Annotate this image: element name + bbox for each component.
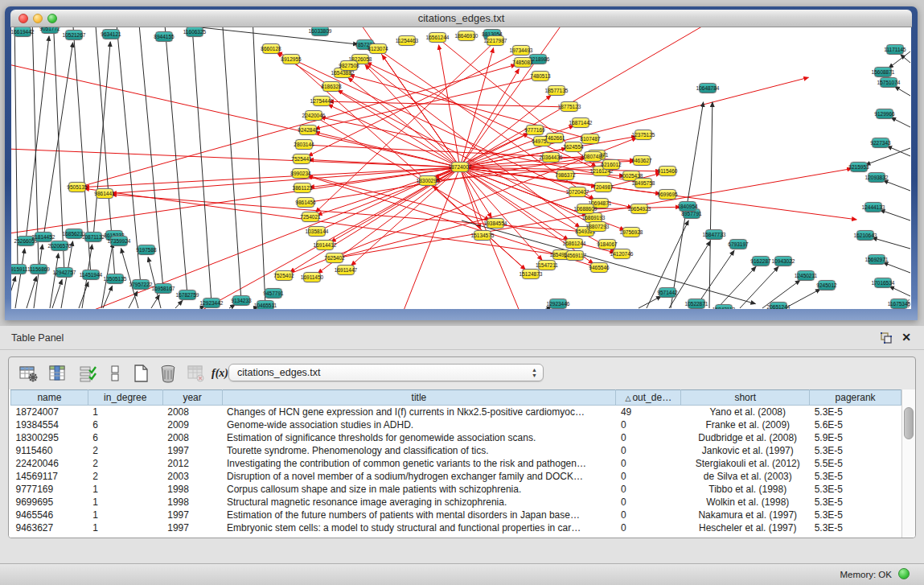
graph-node[interactable]: 7462661 [546,133,564,143]
graph-node[interactable]: 9861456 [297,197,314,208]
graph-node[interactable]: 9634121 [102,29,120,39]
graph-node[interactable]: 9827508 [340,60,358,71]
column-header-title[interactable]: title [222,390,616,406]
graph-node[interactable]: 2803144 [295,139,313,150]
graph-node[interactable]: 7525402 [275,270,293,281]
graph-node[interactable]: 15751074 [880,77,897,88]
table-settings-icon[interactable] [18,364,38,383]
graph-node[interactable]: 20206576 [51,241,68,251]
graph-node[interactable]: 16861244 [565,238,583,249]
graph-node[interactable]: 15124873 [522,269,540,279]
graph-node[interactable]: 15608871 [874,67,892,77]
window-titlebar[interactable]: citations_edges.txt [10,10,912,27]
graph-node[interactable]: 12923446 [549,299,567,309]
column-header-in_degree[interactable]: in_degree [88,390,162,406]
graph-node[interactable]: 12375125 [634,130,652,140]
graph-node[interactable]: 14120746 [613,249,630,259]
graph-node[interactable]: 8123074 [369,43,387,54]
graph-node[interactable]: 8944155 [155,31,173,42]
graph-node[interactable]: 9861441 [96,188,113,199]
graph-node[interactable]: 7625402 [326,253,343,263]
table-scrollbar-thumb[interactable] [904,407,914,439]
graph-node[interactable]: 20364436 [542,152,560,163]
graph-node[interactable]: 9245012 [818,280,836,290]
graph-node[interactable]: 7525441 [293,154,310,164]
graph-node[interactable]: 17359924 [110,236,128,246]
graph-node[interactable]: 18495758 [634,178,652,188]
graph-node[interactable]: 11606325 [186,27,203,37]
graph-node[interactable]: 6216012 [602,159,620,170]
graph-node[interactable]: 3915911 [11,264,27,274]
table-source-select[interactable]: citations_edges.txt ▲▼ [228,364,544,381]
graph-node[interactable]: 15134575 [474,230,491,241]
graph-node[interactable]: 19756928 [622,227,640,237]
graph-node[interactable]: 10688609 [577,204,594,214]
table-row[interactable]: 946554611997Estimation of the future num… [11,509,901,521]
graph-node[interactable]: 17016534 [874,278,892,288]
graph-node[interactable]: 20651244 [770,302,787,309]
graph-node[interactable]: 11675345 [890,299,908,309]
graph-node[interactable]: 16842113 [715,304,733,309]
graph-node[interactable]: 19734493 [512,45,530,56]
graph-node[interactable]: 6793197 [729,239,747,249]
graph-node[interactable]: 18724007 [451,162,469,172]
new-document-icon[interactable] [131,364,150,383]
graph-node[interactable]: 8660128 [262,43,280,54]
graph-node[interactable]: 9777169 [526,125,544,135]
graph-node[interactable]: 9051772 [41,27,59,34]
graph-node[interactable]: 9465546 [590,262,608,273]
graph-node[interactable]: 9457791 [265,288,282,299]
graph-node[interactable]: 16782759 [179,290,196,300]
graph-node[interactable]: 18646910 [458,31,475,41]
column-header-name[interactable]: name [11,390,88,406]
float-panel-icon[interactable] [881,332,892,344]
graph-node[interactable]: 12444133 [864,202,882,212]
table-row[interactable]: 2242004622012Investigating the contribut… [11,457,901,470]
graph-node[interactable]: 9129966 [876,109,893,119]
graph-node[interactable]: 12217987 [487,35,504,46]
graph-node[interactable]: 8186328 [322,81,340,92]
graph-node[interactable]: 11547211 [538,260,556,270]
graph-node[interactable]: 9197588 [138,245,155,255]
select-columns-icon[interactable] [78,364,97,383]
graph-node[interactable]: 16871442 [572,117,589,128]
graph-node[interactable]: 10871132 [84,232,102,242]
graph-node[interactable]: 9184067 [598,239,616,249]
table-row[interactable]: 1456911722003Disruption of a novel membe… [11,470,901,483]
graph-node[interactable]: 9227343 [872,138,889,148]
graph-node[interactable]: 10521267 [65,30,83,40]
graph-node[interactable]: 12923442 [203,298,220,308]
graph-node[interactable]: 7485083 [514,57,532,68]
graph-node[interactable]: 19384554 [487,218,504,229]
graph-node[interactable]: 3624554 [565,142,582,152]
graph-node[interactable]: 8107487 [581,134,599,144]
graph-node[interactable]: 7204987 [594,182,612,192]
graph-node[interactable]: 16911447 [337,265,355,275]
graph-node[interactable]: 10522871 [688,299,705,309]
delete-icon[interactable] [158,364,178,383]
graph-node[interactable]: 9699695 [659,189,676,200]
table-row[interactable]: 977716911998Corpus callosum shape and si… [11,483,901,496]
graph-node[interactable]: 9505135 [68,182,86,192]
column-header-pagerank[interactable]: pagerank [810,390,901,406]
graph-node[interactable]: 10648784 [699,83,717,93]
graph-node[interactable]: 18775123 [561,101,578,112]
graph-node[interactable]: 7986372 [556,170,574,180]
table-row[interactable]: 946362711997Embryonic stem cells: a mode… [11,521,901,534]
graph-node[interactable]: 15692971 [868,254,885,265]
graph-node[interactable]: 11451944 [82,270,100,280]
graph-node[interactable]: 19654923 [630,204,648,214]
graph-node[interactable]: 3861123 [294,183,311,193]
graph-node[interactable]: 8215953 [850,162,868,172]
graph-node[interactable]: 8990234 [292,168,310,179]
graph-node[interactable]: 16210643 [856,230,874,241]
graph-node[interactable]: 16033809 [311,27,329,36]
column-header-year[interactable]: year [162,390,222,406]
graph-node[interactable]: 1840954 [679,201,696,212]
graph-node[interactable]: 16619442 [14,27,31,37]
table-row[interactable]: 1938455462009Genome-wide association stu… [11,418,901,431]
graph-node[interactable]: 15847733 [705,229,723,240]
column-header-out_degree[interactable]: △out_de… [616,390,681,406]
close-panel-icon[interactable]: ✕ [901,331,911,344]
graph-node[interactable]: 11171145 [886,44,904,55]
